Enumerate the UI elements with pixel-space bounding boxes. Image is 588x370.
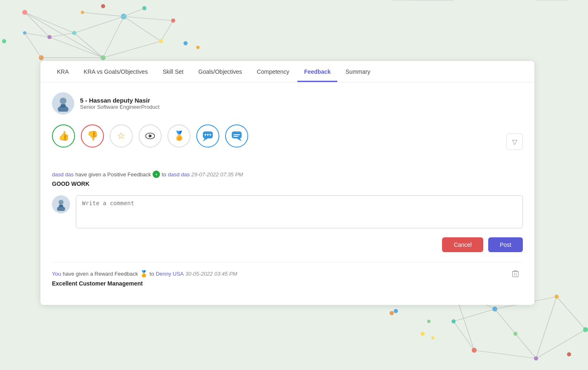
svg-line-0 (25, 12, 74, 33)
feedback-entry-2: You have given a Reward Feedback 🏅 to De… (52, 262, 523, 287)
svg-point-75 (59, 200, 64, 205)
svg-point-23 (39, 55, 44, 60)
user-role: Senior Software EngineerProduct (80, 104, 160, 110)
feedback-sender-2[interactable]: You (52, 271, 61, 277)
post-button[interactable]: Post (488, 237, 523, 252)
svg-line-34 (474, 350, 536, 358)
tab-summary[interactable]: Summary (339, 61, 377, 82)
feedback-recipient-2[interactable]: Denny USA (156, 271, 184, 277)
tab-kra[interactable]: KRA (50, 61, 75, 82)
filter-button[interactable]: ▽ (506, 133, 523, 150)
svg-line-39 (454, 309, 495, 321)
svg-point-69 (207, 134, 209, 136)
svg-point-18 (47, 35, 52, 39)
content-area: 5 - Hassan deputy Nasir Senior Software … (40, 82, 534, 297)
thumbs-down-btn[interactable]: 👎 (81, 124, 104, 148)
svg-line-10 (25, 33, 49, 37)
feedback-to-label-2: to (150, 271, 154, 277)
star-btn[interactable]: ☆ (110, 124, 133, 148)
tab-competency[interactable]: Competency (250, 61, 296, 82)
svg-line-2 (124, 16, 161, 41)
svg-marker-72 (237, 138, 242, 141)
action-buttons: Cancel Post (52, 237, 523, 252)
svg-point-22 (142, 6, 146, 10)
commenter-avatar (52, 195, 70, 213)
svg-line-6 (103, 16, 124, 58)
svg-point-20 (171, 19, 175, 23)
cancel-button[interactable]: Cancel (442, 237, 483, 252)
svg-point-47 (431, 336, 435, 340)
svg-line-27 (124, 8, 144, 16)
svg-rect-77 (59, 205, 63, 207)
feedback-recipient-1[interactable]: dasd das (168, 171, 190, 178)
user-details: 5 - Hassan deputy Nasir Senior Software … (80, 97, 160, 110)
svg-point-60 (421, 332, 425, 336)
svg-point-55 (390, 311, 394, 315)
feedback-to-label-1: to (162, 171, 166, 178)
svg-line-33 (536, 330, 586, 358)
svg-point-51 (567, 352, 571, 356)
delete-button[interactable] (512, 270, 519, 279)
svg-line-36 (495, 309, 536, 358)
chat-btn-1[interactable] (196, 124, 219, 148)
svg-point-65 (149, 135, 152, 138)
svg-point-59 (427, 320, 430, 323)
svg-point-25 (101, 4, 105, 8)
tab-feedback[interactable]: Feedback (297, 61, 337, 82)
svg-point-70 (209, 134, 211, 136)
positive-badge: + (153, 171, 160, 178)
svg-line-4 (25, 12, 103, 58)
svg-point-46 (452, 319, 456, 323)
tab-goals-objectives[interactable]: Goals/Objectives (192, 61, 249, 82)
svg-point-49 (390, 311, 394, 315)
svg-point-19 (23, 31, 26, 35)
svg-line-29 (25, 33, 41, 58)
main-card: KRA KRA vs Goals/Objectives Skill Set Go… (40, 61, 534, 305)
svg-line-32 (557, 297, 586, 330)
svg-line-7 (25, 12, 49, 37)
tab-kra-goals[interactable]: KRA vs Goals/Objectives (77, 61, 155, 82)
medal-btn[interactable]: 🏅 (167, 124, 191, 148)
feedback-timestamp-1: 29-07-2022 07:35 PM (191, 171, 243, 178)
svg-line-37 (536, 297, 557, 358)
svg-line-11 (161, 21, 173, 41)
svg-point-44 (534, 356, 538, 361)
svg-point-17 (101, 55, 106, 60)
feedback-timestamp-2: 30-05-2022 03:45 PM (186, 271, 238, 277)
svg-point-16 (159, 39, 163, 43)
svg-line-26 (82, 12, 124, 16)
tab-navigation: KRA KRA vs Goals/Objectives Skill Set Go… (40, 61, 534, 82)
svg-point-14 (72, 31, 76, 35)
svg-point-61 (60, 98, 66, 104)
reward-medal-icon: 🏅 (140, 270, 148, 278)
feedback-action-2: have given a Reward Feedback (63, 271, 138, 277)
feedback-message-2: Excellent Customer Management (52, 280, 523, 287)
svg-marker-67 (203, 138, 208, 141)
svg-point-13 (22, 10, 27, 15)
feedback-meta-2: You have given a Reward Feedback 🏅 to De… (52, 270, 523, 278)
feedback-meta-1: dasd das have given a Positive Feedback … (52, 171, 523, 178)
svg-point-58 (394, 309, 398, 313)
svg-point-68 (205, 134, 206, 136)
tab-skill-set[interactable]: Skill Set (156, 61, 190, 82)
feedback-sender-1[interactable]: dasd das (52, 171, 74, 178)
svg-point-15 (121, 14, 127, 19)
svg-line-9 (49, 33, 74, 37)
comment-input-wrap (76, 195, 523, 230)
comment-textarea[interactable] (76, 195, 523, 228)
chat-btn-2[interactable] (225, 124, 248, 148)
svg-line-3 (103, 41, 161, 58)
feedback-entry-1: dasd das have given a Positive Feedback … (52, 171, 523, 187)
comment-section (52, 195, 523, 230)
svg-point-56 (183, 41, 188, 45)
svg-line-12 (124, 16, 173, 21)
svg-point-43 (583, 327, 588, 332)
svg-rect-78 (513, 272, 518, 277)
thumbs-up-btn[interactable]: 👍 (52, 124, 75, 148)
feedback-icons-row: 👍 👎 ☆ 🏅 (52, 124, 506, 148)
user-name: 5 - Hassan deputy Nasir (80, 97, 160, 104)
svg-line-8 (49, 37, 103, 58)
eye-btn[interactable] (139, 124, 162, 148)
svg-point-45 (472, 348, 477, 353)
svg-line-5 (74, 33, 103, 58)
